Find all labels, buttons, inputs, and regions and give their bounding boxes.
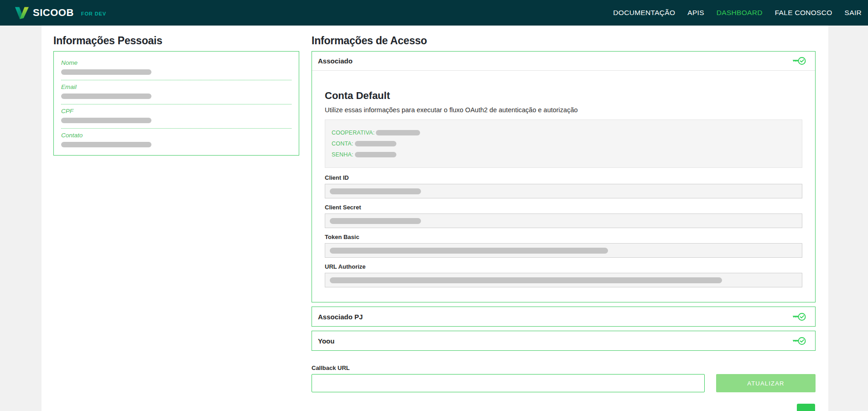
nav-links: DOCUMENTAÇÃO APIS DASHBOARD FALE CONOSCO… [613, 9, 862, 17]
field-label: CPF [61, 108, 291, 114]
masked-value-bar [61, 69, 151, 75]
field-label: Email [61, 83, 291, 90]
client-secret-label: Client Secret [325, 204, 802, 211]
accordion-label: Associado PJ [318, 313, 363, 321]
nav-item-dashboard[interactable]: DASHBOARD [717, 9, 763, 17]
field-label: Contato [61, 132, 291, 139]
token-basic-group: Token Basic [325, 234, 802, 258]
field-label: Nome [61, 59, 291, 66]
credential-senha: SENHA: [332, 151, 795, 158]
brand-logo[interactable]: SICOOB FOR DEV [15, 7, 106, 19]
accordion-header-associado[interactable]: Associado [312, 52, 815, 71]
masked-value-bar [330, 188, 421, 194]
callback-url-input[interactable] [312, 374, 705, 392]
credential-cooperativa: COOPERATIVA: [332, 130, 795, 136]
client-id-label: Client ID [325, 174, 802, 181]
main-container: Informações Pessoais Nome Email CPF Cont… [42, 26, 828, 411]
sicoob-v-icon [15, 7, 29, 19]
credentials-box: COOPERATIVA: CONTA: SENHA: [325, 120, 802, 168]
client-id-value-box [325, 184, 802, 198]
nav-item-sair[interactable]: SAIR [845, 9, 862, 17]
personal-field-email: Email [61, 80, 291, 104]
masked-value-bar [330, 277, 722, 283]
arrow-up-icon: ↑ [804, 409, 808, 411]
masked-value-bar [330, 218, 421, 224]
client-secret-group: Client Secret [325, 204, 802, 228]
personal-info-card: Nome Email CPF Contato [53, 51, 299, 156]
nav-item-fale-conosco[interactable]: FALE CONOSCO [775, 9, 832, 17]
access-info-title: Informações de Acesso [312, 35, 816, 47]
accordion-associado: Associado Conta Default Utilize essas in… [312, 51, 816, 302]
key-check-icon [791, 336, 806, 346]
key-check-icon [791, 56, 806, 66]
callback-section: Callback URL ATUALIZAR [312, 364, 816, 392]
masked-value-bar [376, 130, 420, 135]
key-check-icon [791, 312, 806, 322]
conta-default-description: Utilize essas informações para executar … [325, 106, 802, 114]
personal-info-panel: Informações Pessoais Nome Email CPF Cont… [53, 35, 299, 156]
page: SICOOB FOR DEV DOCUMENTAÇÃO APIS DASHBOA… [0, 0, 868, 411]
accordion-header-associado-pj[interactable]: Associado PJ [312, 307, 815, 326]
masked-value-bar [61, 94, 151, 99]
accordion-label: Associado [318, 57, 353, 65]
callback-url-label: Callback URL [312, 364, 816, 371]
scroll-top-button[interactable]: ↑ [797, 404, 815, 411]
token-basic-value-box [325, 243, 802, 258]
client-id-group: Client ID [325, 174, 802, 198]
credential-label: SENHA: [332, 151, 353, 158]
accordion-body-associado: Conta Default Utilize essas informações … [312, 71, 815, 302]
access-info-panel: Informações de Acesso Associado Conta De… [312, 35, 816, 392]
url-authorize-label: URL Authorize [325, 263, 802, 270]
token-basic-label: Token Basic [325, 234, 802, 240]
masked-value-bar [355, 141, 396, 146]
callback-row: ATUALIZAR [312, 374, 816, 392]
personal-info-title: Informações Pessoais [53, 35, 299, 47]
nav-item-documentacao[interactable]: DOCUMENTAÇÃO [613, 9, 675, 17]
navbar: SICOOB FOR DEV DOCUMENTAÇÃO APIS DASHBOA… [0, 0, 868, 26]
accordion-associado-pj: Associado PJ [312, 307, 816, 327]
conta-default-title: Conta Default [325, 90, 802, 102]
client-secret-value-box [325, 213, 802, 228]
url-authorize-group: URL Authorize [325, 263, 802, 287]
personal-field-contato: Contato [61, 129, 291, 152]
credential-label: COOPERATIVA: [332, 130, 374, 136]
masked-value-bar [355, 152, 396, 157]
masked-value-bar [61, 118, 151, 123]
brand-name: SICOOB [33, 7, 74, 19]
accordion-label: Yoou [318, 337, 334, 345]
brand-tagline: FOR DEV [81, 10, 106, 16]
credential-conta: CONTA: [332, 140, 795, 147]
accordion-yoou: Yoou [312, 331, 816, 351]
credential-label: CONTA: [332, 140, 353, 147]
accordion-header-yoou[interactable]: Yoou [312, 331, 815, 350]
nav-item-apis[interactable]: APIS [687, 9, 704, 17]
url-authorize-value-box [325, 273, 802, 287]
masked-value-bar [330, 248, 608, 254]
masked-value-bar [61, 142, 151, 147]
personal-field-cpf: CPF [61, 104, 291, 129]
atualizar-button[interactable]: ATUALIZAR [716, 374, 816, 392]
personal-field-nome: Nome [61, 56, 291, 80]
